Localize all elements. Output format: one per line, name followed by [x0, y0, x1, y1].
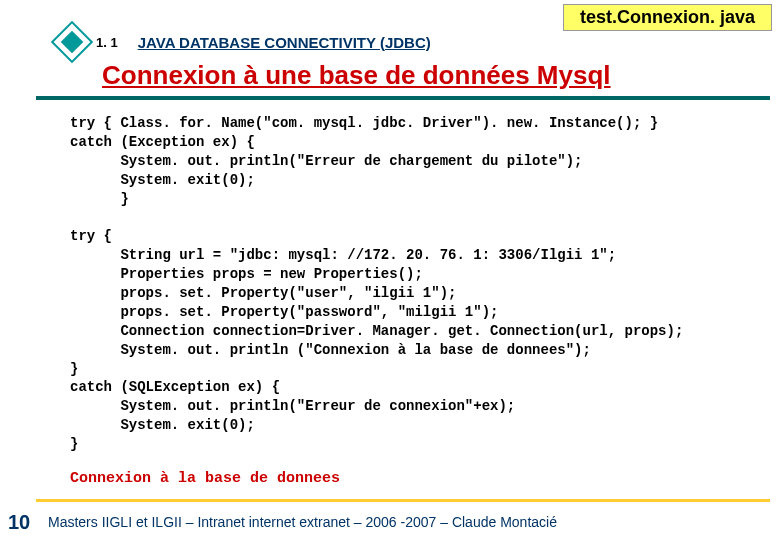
code-block: try { Class. for. Name("com. mysql. jdbc… — [70, 114, 760, 454]
slide-title: Connexion à une base de données Mysql — [102, 60, 611, 91]
footer-rule — [36, 499, 770, 502]
page-number: 10 — [8, 511, 30, 534]
section-header: 1. 1 JAVA DATABASE CONNECTIVITY (JDBC) — [0, 20, 780, 64]
footer-text: Masters IIGLI et ILGII – Intranet intern… — [48, 514, 770, 530]
diamond-icon — [50, 20, 94, 64]
output-line: Connexion à la base de donnees — [70, 470, 340, 487]
title-rule — [36, 96, 770, 100]
section-label: JAVA DATABASE CONNECTIVITY (JDBC) — [138, 34, 431, 51]
section-number: 1. 1 — [96, 35, 118, 50]
section-bullet: 1. 1 — [50, 20, 118, 64]
